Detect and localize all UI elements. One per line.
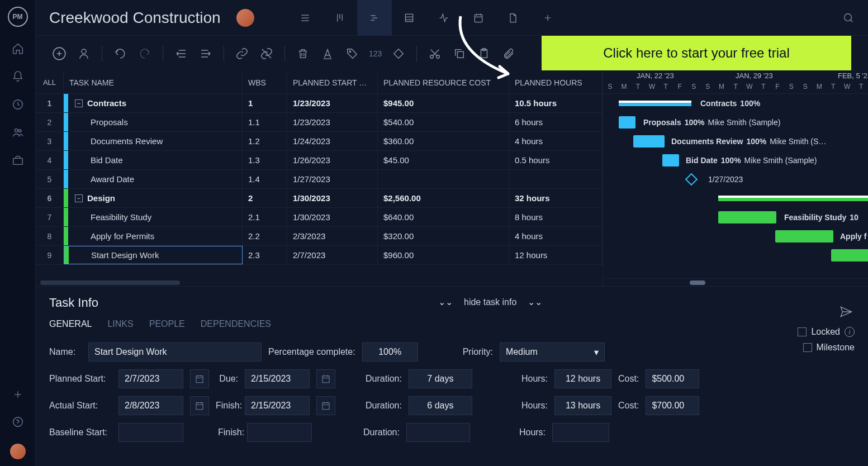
view-calendar-icon[interactable]: [461, 0, 496, 36]
view-file-icon[interactable]: [496, 0, 530, 36]
project-title: Creekwood Construction: [49, 9, 221, 27]
tab-people[interactable]: PEOPLE: [149, 319, 185, 329]
cell-name[interactable]: −Contracts: [64, 94, 243, 112]
col-planned-start[interactable]: PLANNED START …: [287, 72, 378, 93]
calendar-icon[interactable]: [190, 369, 209, 388]
cell-name[interactable]: Feasibility Study: [64, 208, 243, 226]
cell-name[interactable]: −Design: [64, 189, 243, 207]
cell-name[interactable]: Bid Date: [64, 151, 243, 169]
help-icon[interactable]: [12, 416, 24, 428]
table-row[interactable]: 1−Contracts11/23/2023$945.0010.5 hours: [36, 94, 603, 113]
unlink-icon[interactable]: [257, 44, 277, 64]
table-row[interactable]: 8Apply for Permits2.22/3/2023$320.004 ho…: [36, 227, 603, 246]
project-avatar[interactable]: [236, 9, 254, 27]
priority-select[interactable]: Medium ▾: [500, 343, 605, 362]
locked-checkbox[interactable]: Locked i: [798, 327, 855, 337]
cost-input[interactable]: [646, 369, 699, 388]
col-name[interactable]: TASK NAME: [64, 72, 243, 93]
view-list-icon[interactable]: [288, 0, 322, 36]
cell-name[interactable]: Award Date: [64, 170, 243, 188]
view-gantt-icon[interactable]: [357, 0, 392, 36]
hours-input[interactable]: [554, 369, 611, 388]
calendar-icon[interactable]: [316, 396, 335, 415]
cell-name[interactable]: Apply for Permits: [64, 227, 243, 245]
app-logo[interactable]: PM: [8, 7, 28, 27]
col-resource-cost[interactable]: PLANNED RESOURCE COST: [378, 72, 509, 93]
name-input[interactable]: [88, 343, 262, 362]
assign-icon[interactable]: [74, 44, 94, 64]
cell-name[interactable]: Start Design Work: [64, 246, 243, 264]
table-row[interactable]: 6−Design21/30/2023$2,560.0032 hours: [36, 189, 603, 208]
tag-icon[interactable]: [342, 44, 362, 64]
cell-name[interactable]: Proposals: [64, 113, 243, 131]
add-circle-icon[interactable]: [49, 44, 69, 64]
svg-point-10: [349, 51, 351, 53]
search-icon[interactable]: [842, 12, 855, 24]
redo-icon[interactable]: [135, 44, 155, 64]
calendar-icon[interactable]: [316, 369, 335, 388]
col-wbs[interactable]: WBS: [243, 72, 287, 93]
duration-input-2[interactable]: [409, 396, 472, 415]
pct-input[interactable]: [362, 343, 418, 362]
cut-icon[interactable]: [425, 44, 445, 64]
home-icon[interactable]: [12, 42, 24, 55]
paste-icon[interactable]: [474, 44, 494, 64]
attachment-icon[interactable]: [499, 44, 519, 64]
baseline-duration-input[interactable]: [406, 423, 470, 442]
hours-input-2[interactable]: [554, 396, 611, 415]
table-row[interactable]: 4Bid Date1.31/26/2023$45.000.5 hours: [36, 151, 603, 170]
clock-icon[interactable]: [12, 98, 24, 111]
copy-icon[interactable]: [449, 44, 469, 64]
label-actual-start: Actual Start:: [49, 401, 112, 411]
cell-name[interactable]: Documents Review: [64, 132, 243, 150]
cell-planned-start: 1/26/2023: [287, 151, 378, 169]
people-icon[interactable]: [12, 126, 24, 139]
collapse-icon[interactable]: −: [75, 99, 83, 107]
milestone-checkbox[interactable]: Milestone: [798, 343, 855, 353]
view-board-icon[interactable]: [322, 0, 357, 36]
actual-start-input[interactable]: [118, 396, 183, 415]
tab-general[interactable]: GENERAL: [49, 319, 92, 329]
undo-icon[interactable]: [110, 44, 130, 64]
font-icon[interactable]: [317, 44, 338, 64]
milestone-diamond-icon[interactable]: [388, 44, 409, 64]
gantt-body[interactable]: Contracts100% Proposals100%Mike Smith (S…: [603, 94, 868, 278]
cost-input-2[interactable]: [646, 396, 699, 415]
view-activity-icon[interactable]: [426, 0, 461, 36]
view-add-icon[interactable]: [530, 0, 565, 36]
send-icon[interactable]: [839, 305, 853, 319]
table-row[interactable]: 3Documents Review1.21/24/2023$360.004 ho…: [36, 132, 603, 151]
table-row[interactable]: 2Proposals1.11/23/2023$540.006 hours: [36, 113, 603, 132]
table-row[interactable]: 5Award Date1.41/27/2023: [36, 170, 603, 189]
link-icon[interactable]: [232, 44, 252, 64]
due-input[interactable]: [245, 369, 310, 388]
plus-icon[interactable]: [12, 389, 23, 400]
cta-banner[interactable]: Click here to start your free trial: [542, 36, 851, 70]
briefcase-icon[interactable]: [12, 154, 24, 167]
baseline-finish-input[interactable]: [247, 423, 312, 442]
calendar-icon[interactable]: [190, 396, 209, 415]
tab-links[interactable]: LINKS: [107, 319, 133, 329]
svg-rect-19: [322, 403, 329, 410]
collapse-icon[interactable]: −: [75, 194, 83, 202]
baseline-hours-input[interactable]: [552, 423, 609, 442]
bell-icon[interactable]: [12, 70, 24, 83]
hide-task-info-button[interactable]: ⌄⌄ hide task info ⌄⌄: [438, 297, 542, 307]
tab-dependencies[interactable]: DEPENDENCIES: [201, 319, 271, 329]
table-row[interactable]: 9Start Design Work2.32/7/2023$960.0012 h…: [36, 246, 603, 265]
table-scrollbar[interactable]: [36, 279, 603, 286]
duration-input[interactable]: [409, 369, 472, 388]
col-id[interactable]: ALL: [36, 72, 64, 93]
delete-icon[interactable]: [293, 44, 313, 64]
planned-start-input[interactable]: [118, 369, 183, 388]
view-sheet-icon[interactable]: [392, 0, 426, 36]
finish-input[interactable]: [245, 396, 310, 415]
col-planned-hours[interactable]: PLANNED HOURS: [509, 72, 603, 93]
info-icon[interactable]: i: [845, 327, 855, 337]
user-avatar[interactable]: [10, 444, 26, 459]
indent-icon[interactable]: [196, 44, 216, 64]
gantt-scrollbar[interactable]: [603, 278, 868, 286]
table-row[interactable]: 7Feasibility Study2.11/30/2023$640.008 h…: [36, 208, 603, 227]
baseline-start-input[interactable]: [118, 423, 183, 442]
outdent-icon[interactable]: [171, 44, 191, 64]
